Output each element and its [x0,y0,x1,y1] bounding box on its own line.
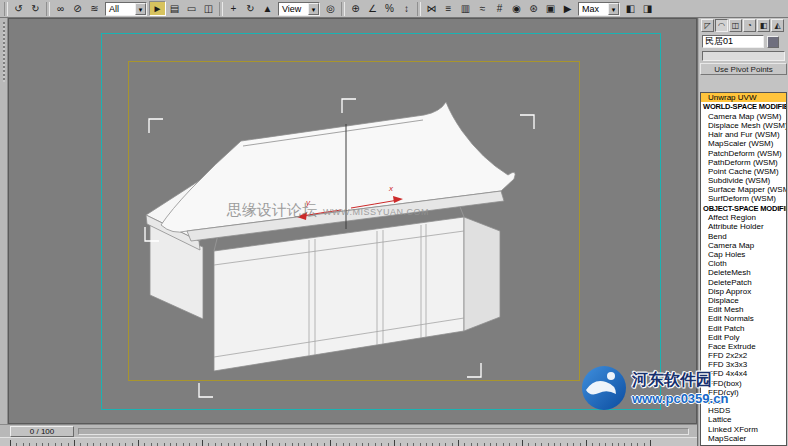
select-and-rotate-icon[interactable]: ↻ [242,1,259,16]
mirror-icon[interactable]: ⋈ [423,1,440,16]
modifier-item[interactable]: DeleteMesh [701,268,786,277]
modifier-item[interactable]: Edit Patch [701,324,786,333]
chevron-down-icon[interactable]: ▾ [608,3,619,15]
rectangular-selection-region-icon[interactable]: ▭ [183,1,200,16]
chevron-down-icon[interactable]: ▾ [308,3,319,15]
reference-coordinate-dropdown-value: View [279,4,304,14]
viewport-layout-a-icon[interactable]: ◧ [622,1,639,16]
toolbar-separator [341,2,345,16]
redo-icon[interactable]: ↻ [27,1,44,16]
modifier-item[interactable]: Edit Mesh [701,305,786,314]
tab-motion[interactable]: ◔ [743,19,756,32]
spinner-snap-icon[interactable]: ↕ [398,1,415,16]
rendered-frame-icon[interactable]: ▣ [542,1,559,16]
tab-utilities[interactable]: ◭ [771,19,784,32]
modifier-item[interactable]: Lattice [701,415,786,424]
pc0359-watermark: 河东软件园 www.pc0359.cn [580,364,728,412]
select-object-icon[interactable]: ► [149,1,166,16]
modifier-item[interactable]: Camera Map [701,241,786,250]
select-and-move-icon[interactable]: + [225,1,242,16]
use-pivot-center-icon[interactable]: ◎ [322,1,339,16]
modifier-section-header: OBJECT-SPACE MODIFIE [701,204,786,214]
undo-icon[interactable]: ↺ [10,1,27,16]
pc0359-site-name: 河东软件园 [632,370,728,391]
modifier-item[interactable]: Face Extrude [701,342,786,351]
angle-snap-icon[interactable]: ∠ [364,1,381,16]
render-setup-icon[interactable]: ⊛ [525,1,542,16]
modifier-item[interactable]: Displace [701,296,786,305]
schematic-view-icon[interactable]: # [491,1,508,16]
modifier-list-combo[interactable] [702,51,785,61]
track-bar-ruler[interactable] [0,437,697,446]
align-icon[interactable]: ≡ [440,1,457,16]
house-walls[interactable] [150,217,500,371]
time-slider-track[interactable] [78,428,689,435]
bind-to-space-warp-icon[interactable]: ≋ [86,1,103,16]
curve-editor-icon[interactable]: ≈ [474,1,491,16]
modifier-item[interactable]: Displace Mesh (WSM) [701,121,786,130]
selection-filter-dropdown[interactable]: All▾ [105,2,147,16]
modifier-item[interactable]: Edit Normals [701,314,786,323]
toolbar-separator [4,2,8,16]
window-crossing-toggle-icon[interactable]: ◫ [200,1,217,16]
track-tick [330,440,331,446]
modifier-item[interactable]: PathDeform (WSM) [701,158,786,167]
modifier-item[interactable]: Camera Map (WSM) [701,112,786,121]
object-name-field[interactable] [702,35,764,48]
modifier-item[interactable]: PatchDeform (WSM) [701,149,786,158]
named-selection-dropdown[interactable]: Max▾ [578,2,620,16]
modifier-item[interactable]: SurfDeform (WSM) [701,194,786,203]
object-color-swatch[interactable] [767,36,779,48]
modifier-item[interactable]: Hair and Fur (WSM) [701,130,786,139]
modifier-item[interactable]: Cloth [701,259,786,268]
modifier-item[interactable]: Edit Poly [701,333,786,342]
modifier-item[interactable]: MapScaler (WSM) [701,139,786,148]
modifier-item[interactable]: Point Cache (WSM) [701,167,786,176]
modifier-section-header: WORLD-SPACE MODIFIE [701,102,786,112]
select-and-scale-icon[interactable]: ▲ [259,1,276,16]
modifier-item[interactable]: Surface Mapper (WSM) [701,185,786,194]
material-editor-icon[interactable]: ◉ [508,1,525,16]
select-and-link-icon[interactable]: ∞ [52,1,69,16]
modifier-item[interactable]: Disp Approx [701,287,786,296]
percent-snap-icon[interactable]: % [381,1,398,16]
left-toolbar-handle[interactable] [0,18,8,436]
use-pivot-points-option[interactable]: Use Pivot Points [700,63,787,75]
tab-modify[interactable]: ◠ [715,19,728,32]
unlink-selection-icon[interactable]: ⊘ [69,1,86,16]
modifier-item[interactable]: Cap Holes [701,250,786,259]
layer-manager-icon[interactable]: ▥ [457,1,474,16]
modifier-item-selected[interactable]: Unwrap UVW [701,93,786,102]
track-tick [394,440,395,446]
toolbar-separator [219,2,223,16]
track-tick [74,440,75,446]
tab-display[interactable]: ◧ [757,19,770,32]
tab-create[interactable]: ◸ [701,19,714,32]
modifier-item[interactable]: Linked XForm [701,425,786,434]
snap-toggle-icon[interactable]: ⊕ [347,1,364,16]
select-by-name-icon[interactable]: ▤ [166,1,183,16]
toolbar-separator [46,2,50,16]
modifier-item[interactable]: Bend [701,232,786,241]
toolbar-separator [417,2,421,16]
modifier-item[interactable]: MapScaler [701,434,786,443]
modifier-item[interactable]: Subdivide (WSM) [701,176,786,185]
create-icon: ◸ [704,21,710,30]
main-toolbar: ↺↻∞⊘≋All▾►▤▭◫+↻▲View▾◎⊕∠%↕⋈≡▥≈#◉⊛▣▶Max▾◧… [0,0,788,18]
time-slider: 0 / 100 [0,424,697,437]
named-selection-dropdown-value: Max [579,4,602,14]
modifier-item[interactable]: FFD 2x2x2 [701,351,786,360]
watermark-site-name: 思缘设计论坛 [227,201,317,220]
object-name-row [699,33,788,50]
track-tick [586,440,587,446]
modifier-item[interactable]: DeletePatch [701,278,786,287]
modifier-item[interactable]: Attribute Holder [701,222,786,231]
modifier-item[interactable]: Affect Region [701,213,786,222]
time-slider-handle[interactable]: 0 / 100 [10,426,74,437]
viewport-layout-b-icon[interactable]: ◨ [639,1,656,16]
quick-render-icon[interactable]: ▶ [559,1,576,16]
chevron-down-icon[interactable]: ▾ [135,3,146,15]
reference-coordinate-dropdown[interactable]: View▾ [278,2,320,16]
modify-icon: ◠ [718,21,725,30]
tab-hierarchy[interactable]: ◫ [729,19,742,32]
